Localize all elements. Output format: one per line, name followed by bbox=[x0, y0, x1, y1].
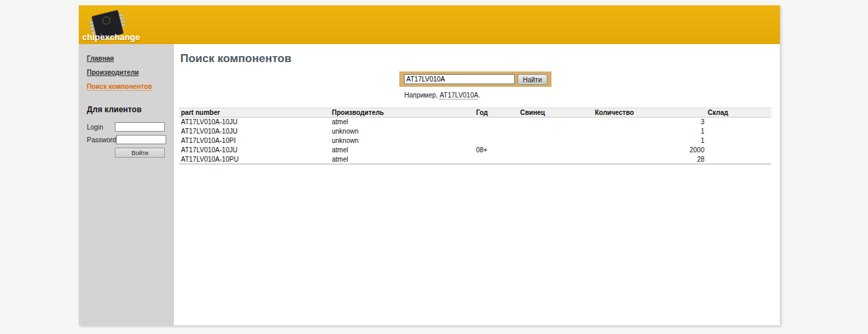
cell-stock bbox=[706, 155, 771, 164]
results-table: part number Производитель Год Свинец Кол… bbox=[179, 108, 771, 164]
search-example-prefix: Например, bbox=[405, 92, 440, 99]
cell-manufacturer: unknown bbox=[330, 136, 474, 146]
main-panel: Поиск компонентов Найти Например, AT17LV… bbox=[174, 44, 780, 325]
table-row: AT17LV010A-10PI unknown 1 bbox=[179, 136, 771, 146]
cell-manufacturer: atmel bbox=[330, 155, 474, 164]
password-input[interactable] bbox=[116, 135, 166, 144]
search-box: Найти bbox=[399, 71, 552, 87]
cell-manufacturer: unknown bbox=[330, 127, 474, 136]
cell-part-number: AT17LV010A-10JU bbox=[179, 118, 330, 127]
table-header-row: part number Производитель Год Свинец Кол… bbox=[179, 108, 771, 118]
page-title: Поиск компонентов bbox=[180, 52, 771, 65]
cell-year bbox=[474, 136, 518, 146]
cell-stock bbox=[706, 146, 771, 155]
cell-quantity: 1 bbox=[593, 136, 706, 146]
cell-part-number: AT17LV010A-10JU bbox=[179, 127, 330, 136]
search-area: Найти Например, AT17LV010A. bbox=[399, 71, 552, 99]
login-form: Login Password Войти bbox=[87, 122, 165, 158]
cell-year bbox=[474, 155, 518, 164]
content-area: Главная Производители Поиск компонентов … bbox=[79, 44, 780, 325]
column-header-part-number: part number bbox=[179, 108, 330, 118]
cell-year bbox=[474, 118, 518, 127]
cell-lead bbox=[518, 136, 593, 146]
cell-part-number: AT17LV010A-10PI bbox=[179, 136, 330, 146]
search-example-link[interactable]: AT17LV010A bbox=[439, 92, 478, 100]
cell-manufacturer: atmel bbox=[330, 118, 474, 127]
sidebar-item-component-search[interactable]: Поиск компонентов bbox=[87, 83, 165, 90]
cell-quantity: 3 bbox=[593, 118, 706, 127]
cell-year: 08+ bbox=[474, 146, 518, 155]
password-label: Password bbox=[87, 136, 116, 144]
column-header-lead: Свинец bbox=[518, 108, 593, 118]
table-row: AT17LV010A-10JU atmel 3 bbox=[179, 118, 771, 127]
page-container: chipexchange Главная Производители Поиск… bbox=[79, 5, 780, 325]
column-header-manufacturer: Производитель bbox=[330, 108, 474, 118]
table-row: AT17LV010A-10PU atmel 28 bbox=[179, 155, 771, 164]
cell-part-number: AT17LV010A-10JU bbox=[179, 146, 330, 155]
cell-year bbox=[474, 127, 518, 136]
cell-stock bbox=[706, 118, 771, 127]
brand-name: chipexchange bbox=[82, 32, 140, 42]
cell-quantity: 28 bbox=[593, 155, 706, 164]
sidebar-item-home[interactable]: Главная bbox=[87, 55, 165, 62]
cell-lead bbox=[518, 127, 593, 136]
search-example: Например, AT17LV010A. bbox=[399, 92, 552, 99]
table-row: AT17LV010A-10JU atmel 08+ 2000 bbox=[179, 146, 771, 155]
column-header-quantity: Количество bbox=[593, 108, 706, 118]
cell-part-number: AT17LV010A-10PU bbox=[179, 155, 330, 164]
cell-stock bbox=[706, 127, 771, 136]
cell-lead bbox=[518, 118, 593, 127]
clients-heading: Для клиентов bbox=[87, 105, 165, 114]
sidebar: Главная Производители Поиск компонентов … bbox=[79, 44, 174, 325]
column-header-stock: Склад bbox=[706, 108, 771, 118]
site-header: chipexchange bbox=[79, 5, 780, 44]
cell-manufacturer: atmel bbox=[330, 146, 474, 155]
cell-stock bbox=[706, 136, 771, 146]
cell-quantity: 1 bbox=[593, 127, 706, 136]
search-button[interactable]: Найти bbox=[517, 74, 548, 85]
cell-quantity: 2000 bbox=[593, 146, 706, 155]
cell-lead bbox=[518, 155, 593, 164]
search-example-suffix: . bbox=[478, 92, 480, 99]
sidebar-item-manufacturers[interactable]: Производители bbox=[87, 69, 165, 76]
search-input[interactable] bbox=[404, 74, 515, 84]
login-button[interactable]: Войти bbox=[115, 148, 165, 158]
table-row: AT17LV010A-10JU unknown 1 bbox=[179, 127, 771, 136]
login-input[interactable] bbox=[115, 122, 165, 132]
cell-lead bbox=[518, 146, 593, 155]
login-label: Login bbox=[87, 124, 115, 131]
column-header-year: Год bbox=[474, 108, 518, 118]
